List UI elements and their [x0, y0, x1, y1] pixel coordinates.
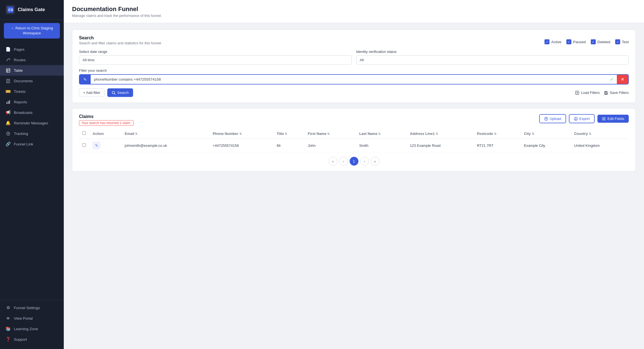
sidebar-item-table[interactable]: Table	[0, 65, 64, 76]
sidebar-item-funnel-link[interactable]: 🔗 Funnel Link	[0, 139, 64, 149]
filter-input[interactable]	[91, 75, 607, 84]
search-action-left: + Add filter Search	[79, 88, 133, 97]
tracking-icon	[6, 131, 11, 136]
return-to-workspace-button[interactable]: ← Return to Chris Staging Workspace	[4, 23, 60, 39]
col-address[interactable]: Address Line1⇅	[406, 129, 474, 139]
sidebar-item-label: Broadcasts	[14, 111, 33, 115]
id-verification-group: Identity verification status All	[356, 50, 629, 65]
filter-confirm-button[interactable]: ✓	[607, 75, 617, 84]
sidebar-nav: 📄 Pages Routes Table Documents 🎫 Tickets	[0, 42, 64, 300]
deleted-checkbox[interactable]: ✓	[591, 39, 596, 44]
tickets-icon: 🎫	[6, 89, 11, 94]
search-panel-subtitle: Search and filter claims and statistics …	[79, 41, 162, 45]
sidebar-item-label: Table	[14, 68, 23, 73]
pagination-prev-button[interactable]: ‹	[339, 157, 348, 166]
pagination-page-1-button[interactable]: 1	[350, 157, 358, 166]
sidebar-item-label: Tickets	[14, 89, 26, 94]
load-filters-button[interactable]: Load Filters	[575, 91, 600, 95]
sidebar-item-label: View Portal	[14, 316, 33, 320]
support-icon: ❓	[6, 337, 11, 342]
sidebar-item-view-portal[interactable]: 👁 View Portal	[0, 313, 64, 324]
upload-button[interactable]: Upload	[539, 114, 566, 123]
active-label: Active	[551, 40, 561, 44]
sidebar-item-funnel-settings[interactable]: ⚙ Funnel Settings	[0, 302, 64, 313]
claims-table: Action Email⇅ Phone Number⇅ Title⇅ First…	[79, 129, 629, 152]
filter-edit-button[interactable]: ✎	[80, 75, 91, 84]
filter-search-row: Filter your search ✎ ✓ ✕	[79, 68, 629, 84]
select-all-checkbox[interactable]	[82, 131, 86, 135]
add-filter-button[interactable]: + Add filter	[79, 88, 105, 97]
col-lastname[interactable]: Last Name⇅	[356, 129, 407, 139]
col-postcode[interactable]: Postcode⇅	[474, 129, 521, 139]
sidebar-item-learning-zone[interactable]: 📚 Learning Zone	[0, 324, 64, 334]
export-button[interactable]: Export	[569, 114, 595, 123]
sidebar-item-reports[interactable]: Reports	[0, 97, 64, 107]
col-city[interactable]: City⇅	[521, 129, 571, 139]
claims-actions: Upload Export Edit Fields	[539, 114, 629, 123]
svg-rect-2	[6, 69, 10, 72]
table-icon	[6, 68, 11, 73]
svg-point-14	[7, 133, 9, 134]
cell-email: johnsmith@example.co.uk	[121, 139, 209, 152]
pagination-first-button[interactable]: «	[329, 157, 337, 166]
save-filters-label: Save Filters	[610, 91, 629, 95]
col-country[interactable]: Country⇅	[571, 129, 629, 139]
logo-icon: CG	[6, 5, 15, 14]
pagination-next-button[interactable]: ›	[360, 157, 369, 166]
status-deleted[interactable]: ✓ Deleted	[591, 39, 610, 44]
status-active[interactable]: ✓ Active	[544, 39, 561, 44]
status-paused[interactable]: ✓ Paused	[566, 39, 586, 44]
edit-fields-label: Edit Fields	[607, 117, 624, 121]
date-range-select[interactable]: All time	[79, 55, 352, 65]
sidebar: CG Claims Gate ← Return to Chris Staging…	[0, 0, 64, 349]
edit-fields-icon	[602, 117, 606, 121]
search-btn-label: Search	[117, 91, 129, 95]
sidebar-logo: CG Claims Gate	[0, 0, 64, 20]
sidebar-item-label: Support	[14, 337, 27, 342]
cell-firstname: John	[304, 139, 356, 152]
col-firstname[interactable]: First Name⇅	[304, 129, 356, 139]
paused-label: Paused	[573, 40, 586, 44]
filter-row: Select date range All time Identity veri…	[79, 50, 629, 65]
sidebar-item-broadcasts[interactable]: 📢 Broadcasts	[0, 107, 64, 118]
page-subtitle: Manage claims and track the performance …	[72, 14, 636, 18]
logo-text: Claims Gate	[18, 7, 45, 12]
sidebar-item-label: Funnel Settings	[14, 306, 40, 310]
cell-phone: +447255574158	[209, 139, 273, 152]
sidebar-item-tickets[interactable]: 🎫 Tickets	[0, 86, 64, 97]
paused-checkbox[interactable]: ✓	[566, 39, 571, 44]
test-checkbox[interactable]: ✓	[615, 39, 620, 44]
cell-lastname: Smith	[356, 139, 407, 152]
edit-fields-button[interactable]: Edit Fields	[597, 115, 629, 123]
svg-line-16	[114, 93, 115, 94]
row-action-button[interactable]: ✎	[93, 142, 100, 149]
pages-icon: 📄	[6, 47, 11, 52]
svg-rect-12	[9, 100, 10, 104]
sidebar-item-pages[interactable]: 📄 Pages	[0, 44, 64, 55]
sidebar-item-support[interactable]: ❓ Support	[0, 334, 64, 345]
page-title: Documentation Funnel	[72, 6, 636, 13]
pagination-last-button[interactable]: »	[371, 157, 380, 166]
col-email[interactable]: Email⇅	[121, 129, 209, 139]
row-checkbox[interactable]	[82, 143, 86, 147]
export-label: Export	[579, 117, 590, 121]
col-action: Action	[89, 129, 121, 139]
active-checkbox[interactable]: ✓	[544, 39, 549, 44]
filter-clear-button[interactable]: ✕	[617, 75, 628, 84]
save-filters-button[interactable]: Save Filters	[604, 91, 629, 95]
col-title[interactable]: Title⇅	[273, 129, 304, 139]
sidebar-item-reminder-messages[interactable]: 🔔 Reminder Messages	[0, 118, 64, 128]
id-verification-select[interactable]: All	[356, 55, 629, 65]
claims-header-left: Claims Your search has returned 1 claim.	[79, 114, 134, 126]
sidebar-bottom: ⚙ Funnel Settings 👁 View Portal 📚 Learni…	[0, 300, 64, 349]
claims-header: Claims Your search has returned 1 claim.…	[79, 114, 629, 126]
id-verification-label: Identity verification status	[356, 50, 629, 54]
load-filters-label: Load Filters	[581, 91, 600, 95]
sidebar-item-documents[interactable]: Documents	[0, 76, 64, 86]
save-filters-icon	[604, 91, 608, 95]
col-phone[interactable]: Phone Number⇅	[209, 129, 273, 139]
sidebar-item-tracking[interactable]: Tracking	[0, 128, 64, 139]
sidebar-item-routes[interactable]: Routes	[0, 55, 64, 65]
status-test[interactable]: ✓ Test	[615, 39, 629, 44]
search-button[interactable]: Search	[107, 88, 133, 97]
